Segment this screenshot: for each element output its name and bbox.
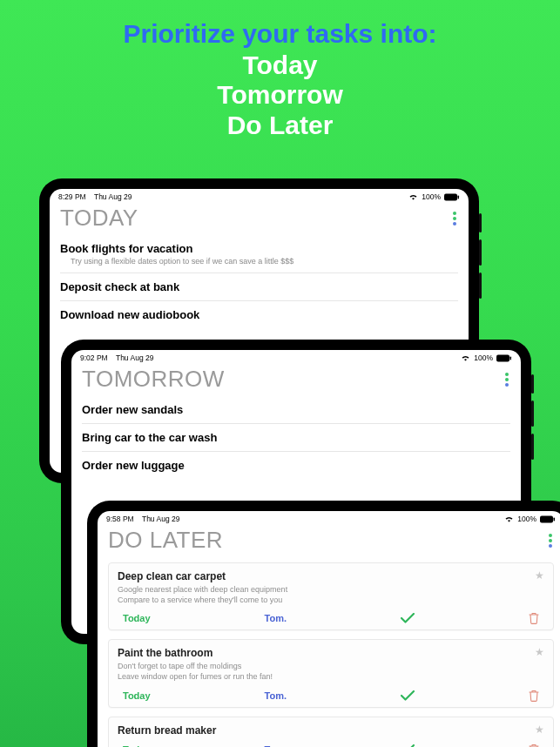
hero-line-2: Today (0, 50, 560, 81)
task-notes: Don't forget to tape off the moldings Le… (118, 662, 544, 682)
task-title: Order new luggage (82, 459, 510, 472)
section-title-tomorrow: TOMORROW (82, 366, 225, 393)
device-do-later: 9:58 PM Thu Aug 29 100% DO LATER (87, 501, 560, 747)
status-battery-pct: 100% (474, 353, 493, 362)
header-row: TOMORROW (71, 362, 521, 396)
move-tomorrow-button[interactable]: Tom. (265, 690, 287, 701)
move-today-button[interactable]: Today (123, 690, 151, 701)
status-left: 9:02 PM Thu Aug 29 (80, 353, 153, 362)
task-title: Book flights for vacation (60, 242, 458, 255)
complete-button[interactable] (401, 613, 415, 623)
battery-icon (496, 354, 512, 362)
status-battery-pct: 100% (517, 515, 536, 523)
today-list: Book flights for vacation Try using a fl… (50, 235, 469, 328)
status-time: 8:29 PM (58, 192, 86, 201)
task-title: Download new audiobook (60, 308, 458, 321)
status-bar: 9:02 PM Thu Aug 29 100% (71, 350, 521, 362)
more-menu-button[interactable] (451, 210, 458, 227)
star-icon[interactable]: ★ (535, 570, 544, 581)
star-icon[interactable]: ★ (535, 647, 544, 657)
screen-do-later: 9:58 PM Thu Aug 29 100% DO LATER (98, 511, 560, 747)
status-date: Thu Aug 29 (116, 353, 153, 362)
hero-heading: Prioritize your tasks into: Today Tomorr… (0, 0, 560, 140)
task-actions: Today Tom. (118, 612, 544, 624)
task-title: Order new sandals (82, 403, 510, 416)
section-title-do-later: DO LATER (108, 527, 223, 554)
svg-rect-5 (554, 517, 556, 521)
task-title: Deposit check at bank (60, 280, 458, 293)
task-actions: Today Tom. (118, 744, 544, 747)
task-card[interactable]: Paint the bathroom ★ Don't forget to tap… (108, 639, 554, 707)
device-power-button (531, 374, 534, 394)
svg-rect-3 (510, 356, 512, 360)
device-power-button (479, 213, 482, 232)
list-item[interactable]: Book flights for vacation Try using a fl… (60, 235, 458, 273)
status-bar: 9:58 PM Thu Aug 29 100% (98, 511, 560, 523)
svg-rect-2 (496, 354, 509, 361)
header-row: DO LATER (98, 523, 560, 557)
task-title: Bring car to the car wash (82, 431, 510, 444)
task-card[interactable]: Return bread maker ★ Today Tom. (108, 717, 554, 747)
hero-line-1: Prioritize your tasks into: (0, 17, 560, 50)
task-title: Deep clean car carpet (118, 570, 226, 582)
status-bar: 8:29 PM Thu Aug 29 100% (50, 189, 469, 201)
hero-line-4: Do Later (0, 111, 560, 141)
complete-button[interactable] (401, 690, 415, 701)
svg-rect-1 (458, 195, 460, 199)
wifi-icon (408, 193, 418, 200)
wifi-icon (504, 515, 514, 522)
status-left: 8:29 PM Thu Aug 29 (58, 192, 132, 201)
device-volume-up (479, 239, 482, 266)
status-date: Thu Aug 29 (94, 192, 132, 201)
task-subtitle: Try using a flexible dates option to see… (60, 257, 458, 266)
list-item[interactable]: Bring car to the car wash (82, 424, 510, 452)
status-time: 9:58 PM (106, 515, 134, 523)
battery-icon (540, 515, 556, 523)
list-item[interactable]: Order new sandals (82, 396, 510, 424)
list-item[interactable]: Deposit check at bank (60, 273, 458, 301)
more-menu-button[interactable] (503, 371, 510, 388)
delete-button[interactable] (529, 744, 539, 747)
do-later-list: Deep clean car carpet ★ Google nearest p… (98, 557, 560, 747)
task-notes: Google nearest place with deep clean equ… (118, 585, 544, 605)
section-title-today: TODAY (60, 205, 138, 232)
svg-rect-4 (540, 515, 553, 522)
task-actions: Today Tom. (118, 690, 544, 702)
task-title: Return bread maker (118, 724, 216, 737)
device-volume-up (531, 400, 534, 427)
device-volume-down (531, 434, 534, 460)
list-item[interactable]: Download new audiobook (60, 301, 458, 328)
task-card[interactable]: Deep clean car carpet ★ Google nearest p… (108, 562, 554, 630)
status-date: Thu Aug 29 (142, 515, 179, 523)
status-right: 100% (461, 353, 512, 362)
status-left: 9:58 PM Thu Aug 29 (106, 515, 179, 523)
battery-icon (444, 193, 460, 201)
hero-line-3: Tomorrow (0, 80, 560, 111)
wifi-icon (461, 354, 470, 361)
header-row: TODAY (50, 201, 469, 235)
status-time: 9:02 PM (80, 353, 108, 362)
svg-rect-0 (444, 193, 457, 200)
tomorrow-list: Order new sandals Bring car to the car w… (71, 396, 521, 479)
more-menu-button[interactable] (547, 532, 554, 549)
device-volume-down (479, 273, 482, 299)
move-today-button[interactable]: Today (123, 613, 151, 623)
task-title: Paint the bathroom (118, 647, 213, 659)
status-battery-pct: 100% (422, 192, 441, 201)
status-right: 100% (408, 192, 460, 201)
list-item[interactable]: Order new luggage (82, 452, 510, 479)
status-right: 100% (504, 515, 556, 523)
delete-button[interactable] (529, 690, 539, 702)
move-tomorrow-button[interactable]: Tom. (265, 613, 287, 623)
star-icon[interactable]: ★ (535, 724, 544, 735)
delete-button[interactable] (529, 612, 539, 624)
device-stage: 8:29 PM Thu Aug 29 100% TODAY (0, 178, 560, 747)
